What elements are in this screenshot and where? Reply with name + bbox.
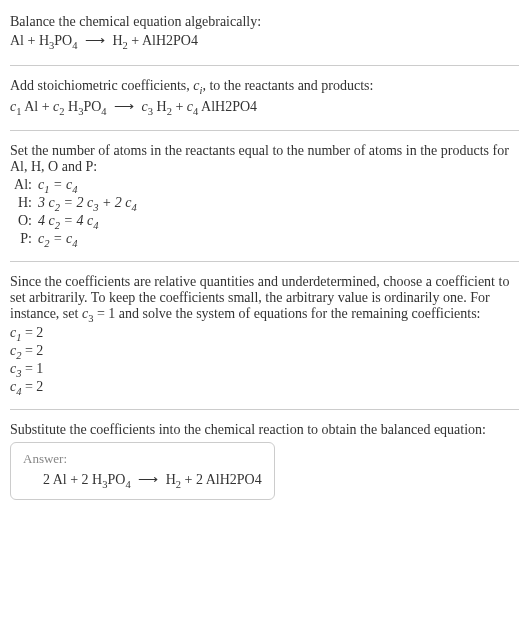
atom-label: P:: [10, 231, 38, 247]
balanced-equation: 2 Al + 2 H3PO4 ⟶ H2 + 2 AlH2PO4: [23, 471, 262, 490]
arrow-icon: ⟶: [81, 33, 109, 48]
atoms-table: Al: c1 = c4 H: 3 c2 = 2 c3 + 2 c4 O: 4 c…: [10, 177, 519, 248]
atom-equation: c2 = c4: [38, 231, 77, 249]
answer-label: Answer:: [23, 451, 262, 467]
stoich-equation: c1 Al + c2 H3PO4 ⟶ c3 H2 + c4 AlH2PO4: [10, 98, 519, 117]
divider: [10, 130, 519, 131]
unbalanced-equation: Al + H3PO4 ⟶ H2 + AlH2PO4: [10, 32, 519, 51]
final-section: Substitute the coefficients into the che…: [10, 416, 519, 507]
atom-row: P: c2 = c4: [10, 231, 519, 249]
atom-equation: c1 = c4: [38, 177, 77, 195]
coeff-row: c3 = 1: [10, 361, 519, 379]
coeff-row: c1 = 2: [10, 325, 519, 343]
divider: [10, 65, 519, 66]
atom-label: O:: [10, 213, 38, 229]
coeff-row: c2 = 2: [10, 343, 519, 361]
atoms-intro: Set the number of atoms in the reactants…: [10, 143, 519, 175]
atom-row: O: 4 c2 = 4 c4: [10, 213, 519, 231]
arrow-icon: ⟶: [110, 99, 138, 114]
atom-row: H: 3 c2 = 2 c3 + 2 c4: [10, 195, 519, 213]
atom-row: Al: c1 = c4: [10, 177, 519, 195]
intro-text: Balance the chemical equation algebraica…: [10, 14, 519, 30]
solve-section: Since the coefficients are relative quan…: [10, 268, 519, 403]
stoich-section: Add stoichiometric coefficients, ci, to …: [10, 72, 519, 125]
intro-section: Balance the chemical equation algebraica…: [10, 8, 519, 59]
coeff-row: c4 = 2: [10, 379, 519, 397]
atom-label: H:: [10, 195, 38, 211]
atom-label: Al:: [10, 177, 38, 193]
divider: [10, 409, 519, 410]
atom-equation: 3 c2 = 2 c3 + 2 c4: [38, 195, 137, 213]
solve-text: Since the coefficients are relative quan…: [10, 274, 519, 324]
answer-box: Answer: 2 Al + 2 H3PO4 ⟶ H2 + 2 AlH2PO4: [10, 442, 275, 501]
atoms-section: Set the number of atoms in the reactants…: [10, 137, 519, 254]
arrow-icon: ⟶: [134, 472, 162, 487]
coeff-list: c1 = 2c2 = 2c3 = 1c4 = 2: [10, 325, 519, 396]
atom-equation: 4 c2 = 4 c4: [38, 213, 98, 231]
stoich-text: Add stoichiometric coefficients, ci, to …: [10, 78, 519, 96]
divider: [10, 261, 519, 262]
final-text: Substitute the coefficients into the che…: [10, 422, 519, 438]
